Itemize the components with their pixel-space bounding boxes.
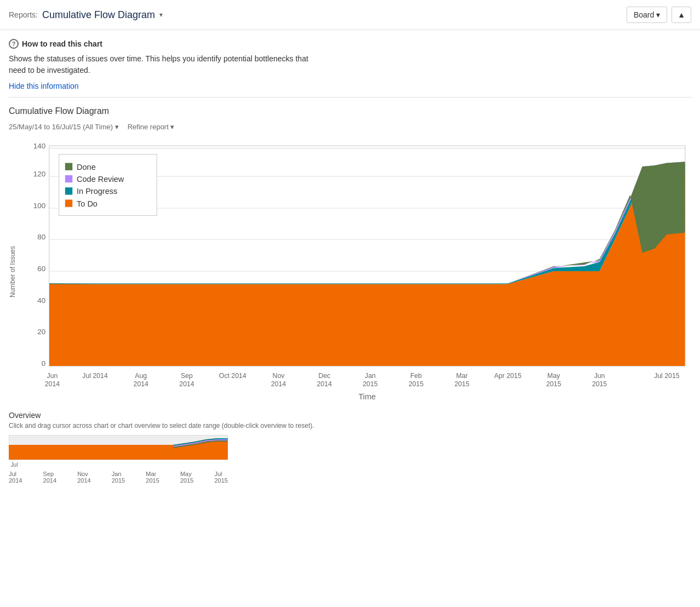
- svg-text:Jul 2014: Jul 2014: [82, 372, 108, 380]
- svg-text:Nov: Nov: [273, 372, 285, 380]
- svg-text:2015: 2015: [546, 380, 561, 388]
- overview-chart[interactable]: Jul Jul2014 Sep2014 Nov2014 Jan2015 Mar2…: [9, 435, 691, 484]
- collapse-button[interactable]: ▲: [672, 7, 691, 23]
- svg-text:May: May: [547, 372, 560, 380]
- svg-text:2015: 2015: [592, 380, 607, 388]
- header-left: Reports: Cumulative Flow Diagram ▾: [9, 9, 163, 21]
- svg-text:Sep: Sep: [181, 372, 193, 380]
- chart-controls: 25/May/14 to 16/Jul/15 (All Time) ▾ Refi…: [9, 123, 691, 131]
- svg-text:Jun: Jun: [47, 372, 58, 380]
- svg-text:120: 120: [33, 170, 45, 178]
- svg-text:2015: 2015: [363, 380, 377, 388]
- svg-rect-18: [59, 154, 157, 216]
- svg-text:To Do: To Do: [77, 199, 97, 208]
- svg-text:Jun: Jun: [594, 372, 605, 380]
- svg-text:2015: 2015: [455, 380, 469, 388]
- svg-text:Code Review: Code Review: [77, 175, 124, 184]
- info-description: Shows the statuses of issues over time. …: [9, 53, 315, 76]
- overview-tick-may15: May2015: [180, 471, 193, 484]
- overview-tick-nov14: Nov2014: [77, 471, 90, 484]
- svg-text:Aug: Aug: [135, 372, 147, 380]
- main-chart-svg: 0 20 40 60 80 100 120 140: [19, 140, 691, 403]
- page-title: Cumulative Flow Diagram: [42, 9, 155, 21]
- overview-tick-jul15: Jul2015: [214, 471, 227, 484]
- svg-text:140: 140: [33, 142, 45, 150]
- svg-text:Jul 2015: Jul 2015: [654, 372, 680, 380]
- svg-text:40: 40: [37, 296, 45, 305]
- svg-text:2015: 2015: [409, 380, 423, 388]
- svg-text:20: 20: [37, 328, 45, 336]
- overview-svg: Jul: [9, 435, 228, 468]
- header-right: Board ▾ ▲: [627, 7, 691, 23]
- date-range-button[interactable]: 25/May/14 to 16/Jul/15 (All Time) ▾: [9, 123, 119, 131]
- svg-text:Jan: Jan: [365, 372, 376, 380]
- chart-section: Cumulative Flow Diagram 25/May/14 to 16/…: [0, 98, 700, 404]
- svg-text:2014: 2014: [317, 380, 332, 388]
- info-title-text: How to read this chart: [22, 39, 102, 48]
- svg-text:Done: Done: [77, 163, 96, 171]
- board-button[interactable]: Board ▾: [627, 7, 667, 23]
- refine-report-button[interactable]: Refine report ▾: [128, 123, 175, 131]
- info-section: ? How to read this chart Shows the statu…: [0, 30, 700, 97]
- overview-section: Overview Click and drag cursor across ch…: [0, 404, 700, 490]
- svg-text:60: 60: [37, 265, 45, 273]
- svg-text:100: 100: [33, 202, 45, 210]
- svg-text:Time: Time: [358, 392, 376, 401]
- svg-rect-21: [65, 175, 72, 182]
- svg-text:2014: 2014: [271, 380, 286, 388]
- svg-text:0: 0: [42, 359, 45, 368]
- svg-rect-25: [65, 199, 72, 207]
- svg-rect-19: [65, 163, 72, 170]
- overview-tick-jan15: Jan2015: [112, 471, 125, 484]
- chart-area: 0 20 40 60 80 100 120 140: [19, 140, 691, 404]
- hide-info-link[interactable]: Hide this information: [9, 82, 79, 90]
- svg-text:2014: 2014: [45, 380, 60, 388]
- header-bar: Reports: Cumulative Flow Diagram ▾ Board…: [0, 0, 700, 30]
- svg-text:Mar: Mar: [456, 372, 468, 380]
- svg-text:Dec: Dec: [318, 372, 330, 380]
- overview-tick-mar15: Mar2015: [146, 471, 159, 484]
- overview-x-axis: Jul2014 Sep2014 Nov2014 Jan2015 Mar2015 …: [9, 471, 228, 484]
- svg-text:80: 80: [37, 233, 45, 241]
- chart-wrapper: Number of Issues 0 20 40 60 80 100 120 1…: [9, 140, 691, 404]
- overview-tick-sep14: Sep2014: [43, 471, 56, 484]
- svg-text:Apr 2015: Apr 2015: [494, 372, 521, 380]
- svg-rect-23: [65, 187, 72, 194]
- info-icon: ?: [9, 39, 19, 49]
- y-axis-label: Number of Issues: [9, 246, 16, 297]
- overview-tick-jul14: Jul2014: [9, 471, 22, 484]
- svg-text:2014: 2014: [134, 380, 148, 388]
- overview-title: Overview: [9, 411, 691, 420]
- svg-text:Oct 2014: Oct 2014: [219, 372, 246, 380]
- svg-text:Feb: Feb: [410, 372, 422, 380]
- chart-title: Cumulative Flow Diagram: [9, 106, 691, 116]
- info-title: ? How to read this chart: [9, 39, 691, 49]
- reports-label: Reports:: [9, 10, 38, 19]
- overview-description: Click and drag cursor across chart or ch…: [9, 422, 691, 430]
- svg-text:In Progress: In Progress: [77, 187, 117, 196]
- svg-text:Jul: Jul: [11, 462, 18, 468]
- svg-text:2014: 2014: [179, 380, 194, 388]
- title-dropdown-arrow[interactable]: ▾: [159, 11, 163, 19]
